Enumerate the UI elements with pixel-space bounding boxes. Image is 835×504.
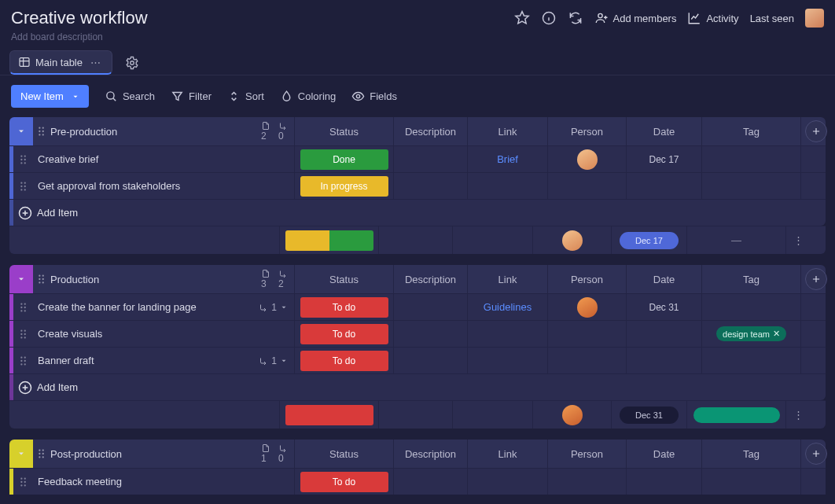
- activity-button[interactable]: Activity: [687, 11, 738, 25]
- new-item-button[interactable]: New Item: [11, 85, 89, 108]
- add-column-button[interactable]: [805, 443, 827, 465]
- add-column-button[interactable]: [805, 120, 827, 142]
- col-status[interactable]: Status: [294, 440, 393, 468]
- info-icon[interactable]: [541, 10, 557, 26]
- group-name[interactable]: Pre-production: [50, 126, 117, 138]
- add-column-button[interactable]: [805, 268, 827, 290]
- status-cell[interactable]: Done: [294, 146, 393, 172]
- col-description[interactable]: Description: [393, 117, 467, 145]
- table-row[interactable]: Banner draft 1 To do: [9, 347, 826, 373]
- person-cell[interactable]: [547, 294, 626, 320]
- col-date[interactable]: Date: [626, 265, 701, 293]
- drag-handle-icon[interactable]: [13, 329, 33, 340]
- drag-handle-icon[interactable]: [13, 476, 33, 487]
- table-row[interactable]: Create the banner for landing page 1 To …: [9, 293, 826, 320]
- avatar[interactable]: [577, 149, 598, 170]
- col-person[interactable]: Person: [547, 440, 626, 468]
- tag-cell[interactable]: [701, 469, 800, 495]
- drag-handle-icon[interactable]: [33, 274, 50, 285]
- col-person[interactable]: Person: [547, 265, 626, 293]
- summary-more[interactable]: ⋮: [785, 401, 811, 429]
- refresh-icon[interactable]: [568, 10, 583, 26]
- date-cell[interactable]: [626, 321, 701, 347]
- col-description[interactable]: Description: [393, 440, 467, 468]
- person-cell[interactable]: [547, 173, 626, 199]
- board-title[interactable]: Creative workflow: [11, 8, 148, 28]
- avatar[interactable]: [805, 9, 824, 28]
- col-link[interactable]: Link: [467, 440, 547, 468]
- status-cell[interactable]: In progress: [294, 173, 393, 199]
- group-collapse-toggle[interactable]: [9, 440, 33, 468]
- status-cell[interactable]: To do: [294, 469, 393, 495]
- drag-handle-icon[interactable]: [33, 126, 50, 137]
- date-cell[interactable]: [626, 469, 701, 495]
- add-item-row[interactable]: Add Item: [9, 373, 826, 400]
- group-name[interactable]: Production: [50, 274, 99, 285]
- tag-cell[interactable]: [701, 294, 800, 320]
- link-cell[interactable]: [467, 321, 547, 347]
- tag-chip[interactable]: design team ✕: [716, 326, 786, 341]
- search-button[interactable]: Search: [105, 90, 155, 103]
- status-cell[interactable]: To do: [294, 348, 393, 373]
- table-row[interactable]: Creative brief Done Brief Dec 17: [9, 145, 826, 172]
- link-cell[interactable]: [467, 173, 547, 199]
- link-cell[interactable]: Brief: [467, 146, 547, 172]
- item-name[interactable]: Get approval from stakeholders: [33, 180, 294, 192]
- link-cell[interactable]: [467, 348, 547, 373]
- description-cell[interactable]: [393, 321, 467, 347]
- description-cell[interactable]: [393, 173, 467, 199]
- person-cell[interactable]: [547, 321, 626, 347]
- link-text[interactable]: Brief: [497, 153, 518, 165]
- tab-main-table[interactable]: Main table ⋯: [9, 50, 112, 75]
- col-status[interactable]: Status: [294, 117, 393, 145]
- fields-button[interactable]: Fields: [351, 90, 397, 103]
- table-row[interactable]: Create visuals To do design team ✕: [9, 320, 826, 347]
- drag-handle-icon[interactable]: [13, 181, 33, 192]
- group-collapse-toggle[interactable]: [9, 265, 33, 293]
- person-cell[interactable]: [547, 146, 626, 172]
- col-link[interactable]: Link: [467, 117, 547, 145]
- person-cell[interactable]: [547, 469, 626, 495]
- star-icon[interactable]: [514, 10, 530, 26]
- col-tag[interactable]: Tag: [701, 117, 800, 145]
- tag-cell[interactable]: [701, 173, 800, 199]
- item-name[interactable]: Create visuals: [33, 328, 294, 340]
- board-description[interactable]: Add board description: [0, 31, 835, 50]
- date-cell[interactable]: [626, 173, 701, 199]
- remove-tag-icon[interactable]: ✕: [773, 329, 780, 339]
- description-cell[interactable]: [393, 348, 467, 373]
- date-cell[interactable]: [626, 348, 701, 373]
- sort-button[interactable]: Sort: [227, 90, 264, 103]
- drag-handle-icon[interactable]: [13, 355, 33, 366]
- link-cell[interactable]: [467, 469, 547, 495]
- col-date[interactable]: Date: [626, 117, 701, 145]
- subitem-indicator[interactable]: 1: [259, 355, 288, 366]
- status-cell[interactable]: To do: [294, 321, 393, 347]
- col-description[interactable]: Description: [393, 265, 467, 293]
- item-name[interactable]: Create the banner for landing page 1: [33, 301, 294, 313]
- date-cell[interactable]: Dec 31: [626, 294, 701, 320]
- add-item-row[interactable]: Add Item: [9, 199, 826, 226]
- summary-more[interactable]: ⋮: [785, 226, 811, 254]
- col-link[interactable]: Link: [467, 265, 547, 293]
- link-text[interactable]: Guidelines: [484, 301, 532, 313]
- status-cell[interactable]: To do: [294, 294, 393, 320]
- filter-button[interactable]: Filter: [171, 90, 212, 103]
- avatar[interactable]: [577, 297, 598, 318]
- link-cell[interactable]: Guidelines: [467, 294, 547, 320]
- tab-more-icon[interactable]: ⋯: [87, 57, 104, 68]
- tag-cell[interactable]: [701, 348, 800, 373]
- col-status[interactable]: Status: [294, 265, 393, 293]
- description-cell[interactable]: [393, 294, 467, 320]
- table-row[interactable]: Feedback meeting To do: [9, 468, 826, 495]
- table-row[interactable]: Get approval from stakeholders In progre…: [9, 172, 826, 199]
- drag-handle-icon[interactable]: [33, 448, 50, 459]
- coloring-button[interactable]: Coloring: [280, 90, 336, 103]
- description-cell[interactable]: [393, 146, 467, 172]
- col-tag[interactable]: Tag: [701, 440, 800, 468]
- col-date[interactable]: Date: [626, 440, 701, 468]
- subitem-indicator[interactable]: 1: [259, 302, 288, 313]
- col-person[interactable]: Person: [547, 117, 626, 145]
- description-cell[interactable]: [393, 469, 467, 495]
- date-cell[interactable]: Dec 17: [626, 146, 701, 172]
